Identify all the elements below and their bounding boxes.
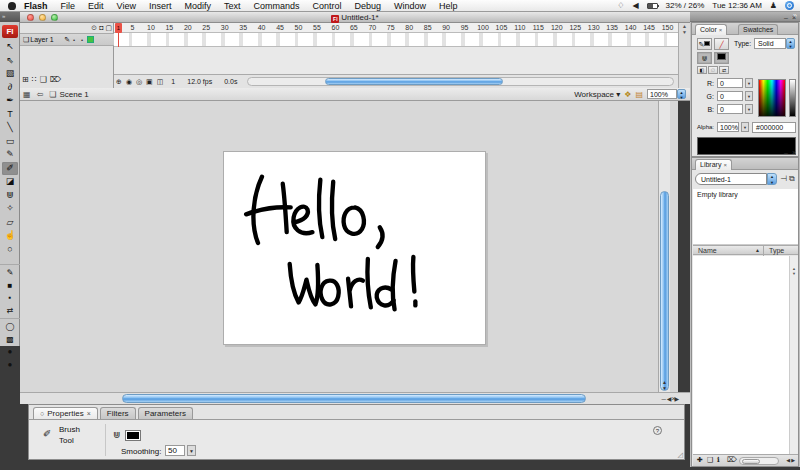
- library-horizontal-scrollbar[interactable]: [739, 457, 779, 465]
- r-input[interactable]: 0: [717, 78, 743, 88]
- menu-insert[interactable]: Insert: [149, 1, 172, 11]
- scene-name[interactable]: Scene 1: [59, 90, 88, 99]
- edit-scene-icon[interactable]: ▤: [635, 90, 643, 99]
- library-item-list[interactable]: ▲▼: [693, 256, 798, 454]
- free-transform-tool[interactable]: ▧: [2, 67, 18, 80]
- item-properties-button[interactable]: ℹ: [717, 456, 720, 464]
- type-dropdown[interactable]: Solid: [754, 38, 786, 49]
- timeline-scrollbar-thumb[interactable]: [325, 78, 503, 85]
- stage-zoom-field[interactable]: 100%: [647, 89, 677, 99]
- no-color-icon[interactable]: ∅: [708, 66, 718, 74]
- alpha-input[interactable]: 100%: [717, 122, 739, 132]
- type-dropdown-stepper[interactable]: ▲▼: [786, 38, 795, 49]
- stage-horizontal-scrollbar-thumb[interactable]: [122, 394, 586, 403]
- brightness-bar[interactable]: [789, 79, 796, 117]
- brush-shape-option[interactable]: ●: [2, 359, 18, 371]
- edit-symbols-icon[interactable]: ❖: [624, 90, 631, 99]
- close-tab-icon[interactable]: ×: [723, 162, 727, 168]
- pencil-tool[interactable]: ✎: [2, 148, 18, 161]
- playhead[interactable]: 1: [115, 23, 122, 33]
- sort-arrow-icon[interactable]: ▲: [755, 247, 760, 253]
- stage-vertical-scrollbar[interactable]: ▲▼: [658, 101, 670, 392]
- paint-bucket-tool[interactable]: ⋓: [2, 189, 18, 202]
- tools-panel-grip[interactable]: »: [0, 11, 20, 22]
- new-symbol-button[interactable]: ✚: [697, 456, 703, 464]
- stage-horizontal-scrollbar[interactable]: ◀▶: [20, 392, 690, 404]
- menu-clock[interactable]: Tue 12:36 AM: [712, 1, 762, 10]
- layer-outline-color-swatch[interactable]: [87, 36, 94, 43]
- b-stepper[interactable]: ▼: [745, 104, 753, 114]
- edit-multiple-frames-icon[interactable]: ▣: [146, 78, 153, 86]
- stage-vertical-scroll-arrows[interactable]: ▲▼: [659, 379, 670, 391]
- stroke-color-button[interactable]: ✎: [2, 267, 18, 279]
- ink-bottle-tool[interactable]: ◪: [2, 175, 18, 188]
- fill-color-swatch[interactable]: [125, 430, 141, 441]
- menu-commands[interactable]: Commands: [253, 1, 299, 11]
- line-tool[interactable]: ╲: [2, 121, 18, 134]
- timeline-toggle-icon[interactable]: ▦: [23, 90, 31, 99]
- layer-visible-dot[interactable]: •: [70, 37, 78, 43]
- tab-parameters[interactable]: Parameters: [138, 407, 193, 419]
- show-hide-layers-icon[interactable]: ⊙: [91, 24, 97, 31]
- stroke-color-control[interactable]: ✎: [697, 38, 712, 50]
- alpha-stepper[interactable]: ▼: [741, 122, 749, 132]
- delete-layer-button[interactable]: ⌦: [50, 75, 61, 84]
- layer-name[interactable]: Layer 1: [30, 36, 62, 43]
- timeline-right-scroll-column[interactable]: ▲▼: [678, 23, 690, 88]
- library-minimize-icon[interactable]: –: [784, 149, 788, 156]
- frame-ruler[interactable]: 5101520253035404550556065707580859095100…: [114, 23, 678, 33]
- close-tab-icon[interactable]: ×: [719, 27, 723, 33]
- outline-layers-icon[interactable]: ▢: [105, 24, 112, 31]
- insert-folder-button[interactable]: ❑: [40, 75, 47, 84]
- color-panel-minimize-icon[interactable]: –: [784, 14, 788, 21]
- swap-colors-icon[interactable]: ⇄: [719, 66, 729, 74]
- eyedropper-tool[interactable]: ✧: [2, 202, 18, 215]
- workspace-button[interactable]: Workspace ▾: [574, 90, 620, 99]
- properties-close-icon[interactable]: ×: [671, 394, 676, 403]
- smoothing-stepper[interactable]: ▼: [187, 445, 196, 456]
- swap-colors-button[interactable]: ⇄: [2, 305, 18, 317]
- new-library-panel-icon[interactable]: ⧉: [789, 174, 795, 184]
- timeline-scrollbar[interactable]: [247, 77, 674, 86]
- b-input[interactable]: 0: [717, 104, 743, 114]
- stage-pasteboard[interactable]: [20, 101, 678, 392]
- center-frame-icon[interactable]: ⊕: [116, 78, 122, 86]
- delete-item-button[interactable]: ⌦: [727, 456, 737, 464]
- stage-canvas[interactable]: [223, 151, 486, 345]
- text-tool[interactable]: T: [2, 108, 18, 121]
- onion-skin-icon[interactable]: ◉: [126, 78, 132, 86]
- battery-percent[interactable]: 32% / 26%: [666, 1, 705, 10]
- g-stepper[interactable]: ▼: [745, 91, 753, 101]
- hex-color-input[interactable]: #000000: [752, 122, 796, 133]
- menu-file[interactable]: File: [61, 1, 76, 11]
- library-document-stepper[interactable]: ▲▼: [767, 173, 777, 185]
- apple-icon[interactable]: [8, 2, 16, 10]
- lasso-tool[interactable]: ∂: [2, 81, 18, 94]
- frame-rate[interactable]: 12.0 fps: [187, 78, 212, 85]
- brush-size-option[interactable]: ●: [2, 346, 18, 358]
- library-horizontal-scrollbar-thumb[interactable]: [742, 459, 760, 464]
- lock-fill-option[interactable]: ▩: [2, 334, 18, 346]
- name-column-header[interactable]: Name: [698, 247, 717, 254]
- tab-color[interactable]: Color×: [695, 24, 727, 35]
- menu-edit[interactable]: Edit: [88, 1, 104, 11]
- type-column-header[interactable]: Type: [769, 247, 784, 254]
- volume-icon[interactable]: ◀: [632, 1, 638, 10]
- fill-bucket-control[interactable]: ⋓: [697, 52, 712, 64]
- insert-layer-button[interactable]: ⊞: [22, 75, 29, 84]
- onion-skin-outlines-icon[interactable]: ◎: [136, 78, 142, 86]
- stage-vertical-scrollbar-thumb[interactable]: [660, 191, 669, 391]
- pin-library-icon[interactable]: ⊣: [780, 174, 787, 183]
- library-horizontal-scroll-arrows[interactable]: ◀▶: [786, 457, 796, 463]
- color-spectrum-picker[interactable]: [758, 79, 786, 117]
- shape-status-icon[interactable]: ♢: [617, 1, 624, 10]
- menu-modify[interactable]: Modify: [184, 1, 211, 11]
- tab-filters[interactable]: Filters: [100, 407, 136, 419]
- library-vertical-scrollbar[interactable]: ▲▼: [789, 256, 798, 454]
- library-close-icon[interactable]: ×: [792, 149, 796, 156]
- g-input[interactable]: 0: [717, 91, 743, 101]
- fill-color-button[interactable]: ■: [2, 280, 18, 292]
- default-colors-icon[interactable]: ◧: [697, 66, 707, 74]
- new-folder-button[interactable]: ❑: [707, 456, 713, 464]
- lock-layers-icon[interactable]: ◘: [99, 24, 103, 31]
